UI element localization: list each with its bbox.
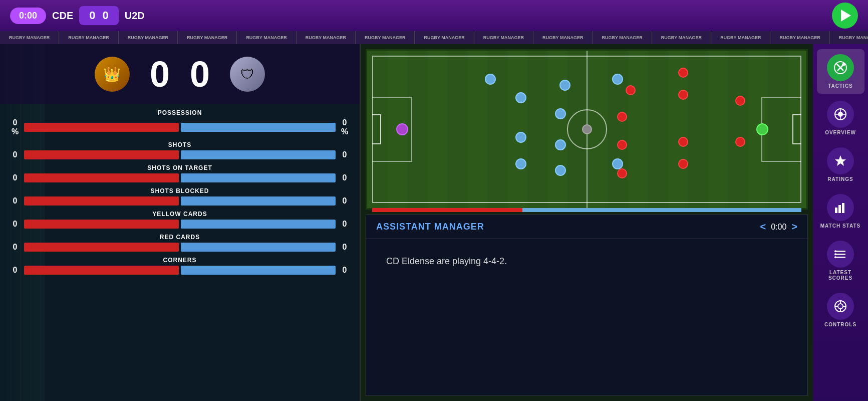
score2: 0: [103, 9, 109, 22]
prog-red: [372, 208, 522, 212]
bar-container-shots: [24, 150, 336, 159]
stat-label-shots: SHOTS: [10, 141, 350, 148]
stat-right-shots: 0: [340, 150, 350, 159]
top-bar: 0:00 CDE 0 0 U2D: [0, 0, 868, 31]
nav-item-tactics[interactable]: TACTICS: [817, 49, 864, 94]
stat-label-possession: POSSESSION: [10, 109, 350, 116]
svg-marker-7: [835, 155, 846, 166]
team1-logo: 👑: [95, 57, 130, 92]
svg-point-15: [834, 250, 836, 252]
banner-item: RUGBY MANAGER: [711, 31, 770, 44]
bar-red-sot: [24, 173, 179, 182]
stat-left-possession: 0 %: [10, 118, 20, 136]
score-box: 0:00 CDE 0 0 U2D: [10, 6, 151, 25]
score-header: 👑 0 0 🛡: [0, 44, 360, 104]
stat-shots-blocked: SHOTS BLOCKED 0 0: [10, 187, 350, 206]
overview-icon: [827, 101, 854, 128]
match-stats-label: MATCH STATS: [820, 223, 860, 229]
bar-container-rc: [24, 243, 336, 252]
stat-right-red-cards: 0: [340, 243, 350, 252]
team1-abbr: CDE: [52, 10, 73, 22]
banner-strip: RUGBY MANAGER RUGBY MANAGER RUGBY MANAGE…: [0, 31, 868, 44]
banner-item: RUGBY MANAGER: [59, 31, 118, 44]
stat-label-shots-blocked: SHOTS BLOCKED: [10, 187, 350, 194]
stat-left-red-cards: 0: [10, 243, 20, 252]
nav-item-match-stats[interactable]: MATCH STATS: [817, 189, 864, 234]
player-blue-6: [555, 108, 566, 119]
right-panel: ASSISTANT MANAGER < 0:00 > CD Eldense ar…: [361, 44, 813, 401]
player-blue-7: [555, 139, 566, 150]
bar-container-yc: [24, 220, 336, 229]
player-green: [756, 123, 768, 135]
stat-left-shots-blocked: 0: [10, 196, 20, 206]
stats-area: POSSESSION 0 % 0 % SHOTS 0: [0, 104, 360, 401]
match-time: 0:00: [10, 8, 46, 24]
banner-item: RUGBY MANAGER: [652, 31, 711, 44]
nav-item-controls[interactable]: CONTROLS: [817, 288, 864, 332]
svg-point-1: [842, 63, 845, 66]
match-stats-icon: [827, 194, 854, 221]
assistant-manager-panel: ASSISTANT MANAGER < 0:00 > CD Eldense ar…: [366, 215, 808, 396]
bar-container-possession: [24, 123, 336, 132]
svg-point-19: [838, 304, 843, 309]
player-blue-5: [559, 80, 570, 91]
svg-rect-9: [838, 205, 841, 213]
svg-line-2: [836, 64, 838, 66]
tactics-icon: [827, 54, 854, 81]
stat-right-shots-blocked: 0: [340, 196, 350, 206]
banner-item: RUGBY MANAGER: [415, 31, 474, 44]
main-score-left: 0: [150, 54, 170, 95]
assistant-time-display: 0:00: [771, 223, 786, 232]
bar-blue-rc: [181, 243, 336, 252]
latest-scores-label: LATEST SCORES: [819, 270, 862, 281]
svg-point-16: [834, 253, 836, 255]
bar-red-yc: [24, 220, 179, 229]
nav-item-latest-scores[interactable]: LATEST SCORES: [817, 236, 864, 286]
bar-blue-shots: [181, 150, 336, 159]
bar-red-sb: [24, 196, 179, 206]
banner-item: RUGBY MANAGER: [0, 31, 59, 44]
stat-yellow-cards: YELLOW CARDS 0 0: [10, 211, 350, 229]
banner-item: RUGBY MANAGER: [356, 31, 415, 44]
assistant-message-text: CD Eldense are playing 4-4-2.: [386, 256, 507, 266]
stat-bars-yellow-cards: 0 0: [10, 220, 350, 229]
svg-rect-8: [835, 208, 837, 213]
stat-left-shots-on-target: 0: [10, 173, 20, 182]
player-red-4: [678, 159, 688, 169]
nav-item-ratings[interactable]: RATINGS: [817, 142, 864, 187]
overview-label: OVERVIEW: [825, 130, 856, 135]
left-panel: 👑 0 0 🛡 POSSESSION 0 % 0 % SHOTS: [0, 44, 361, 401]
player-purple: [396, 123, 408, 135]
bar-blue-co: [181, 266, 336, 275]
nav-item-overview[interactable]: OVERVIEW: [817, 96, 864, 140]
player-red-3: [678, 137, 688, 147]
player-blue-4: [515, 158, 526, 169]
team2-abbr: U2D: [125, 10, 145, 22]
assistant-message: CD Eldense are playing 4-4-2.: [366, 239, 807, 284]
time-next-button[interactable]: >: [791, 221, 797, 233]
bar-blue-sot: [181, 173, 336, 182]
stat-shots-on-target: SHOTS ON TARGET 0 0: [10, 164, 350, 182]
play-button[interactable]: [832, 3, 858, 29]
right-nav: TACTICS OVERVIEW RATINGS: [813, 44, 868, 401]
controls-icon: [827, 293, 854, 320]
player-red-2: [678, 90, 688, 100]
bar-blue-possession: [181, 123, 336, 132]
bar-blue-sb: [181, 196, 336, 206]
bar-red-possession: [24, 123, 179, 132]
assistant-header: ASSISTANT MANAGER < 0:00 >: [366, 215, 807, 239]
score-display: 0 0: [79, 6, 119, 25]
latest-scores-icon: [827, 241, 854, 268]
svg-point-17: [834, 256, 836, 258]
player-blue-10: [612, 158, 623, 169]
assistant-time-controls: < 0:00 >: [760, 221, 797, 233]
bar-container-sb: [24, 196, 336, 206]
tactics-label: TACTICS: [828, 83, 853, 89]
player-red-7: [617, 140, 627, 150]
time-prev-button[interactable]: <: [760, 221, 766, 233]
main-score-right: 0: [190, 54, 210, 95]
player-red-5: [626, 85, 636, 95]
controls-label: CONTROLS: [824, 322, 856, 327]
player-red-9: [735, 96, 745, 106]
bar-red-co: [24, 266, 179, 275]
